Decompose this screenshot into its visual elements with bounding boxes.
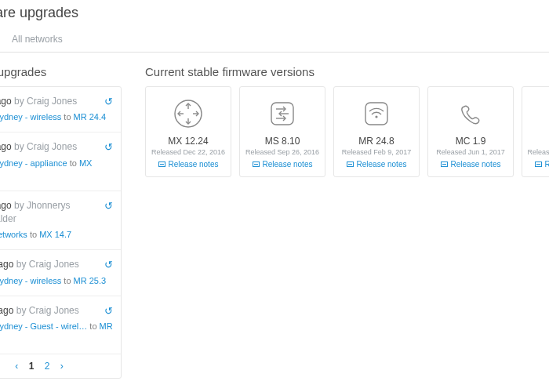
network-link[interactable]: Meraki Sydney - wireless — [0, 276, 61, 285]
tab-bar: Overview All networks — [0, 29, 549, 53]
firmware-version: MV 2.1 — [525, 136, 549, 147]
upgrade-time: 1 week ago — [0, 259, 13, 270]
release-notes-link[interactable]: Release notes — [431, 160, 510, 169]
pager-page-2[interactable]: 2 — [45, 361, 50, 372]
pager-next[interactable]: › — [60, 361, 64, 372]
firmware-card-mc: MC 1.9 Released Jun 1, 2017 Release note… — [427, 86, 514, 177]
pager-prev[interactable]: ‹ — [15, 361, 18, 372]
recent-upgrade-item: ↺ 3 days ago by Craig Jones Meraki Sydne… — [0, 87, 121, 132]
target-version-link[interactable]: MR 25.3 — [74, 276, 107, 285]
undo-icon[interactable]: ↺ — [104, 140, 113, 155]
upgrade-time: 3 days ago — [0, 141, 12, 152]
notes-icon — [347, 162, 354, 167]
firmware-release-date: Released Sep 26, 2016 — [243, 148, 322, 156]
upgrade-time: 3 days ago — [0, 96, 12, 107]
svg-point-12 — [375, 115, 377, 118]
firmware-card-mx: MX 12.24 Released Dec 22, 2016 Release n… — [145, 86, 231, 177]
release-notes-link[interactable]: Release notes — [243, 160, 322, 169]
release-notes-link[interactable]: Release notes — [525, 160, 549, 169]
by-label: by Craig Jones — [16, 305, 79, 316]
undo-icon[interactable]: ↺ — [104, 304, 113, 319]
mr-icon — [337, 95, 416, 132]
firmware-release-date: Released Feb 9, 2017 — [337, 148, 416, 156]
upgrade-time: 5 days ago — [0, 200, 12, 211]
by-label: by Craig Jones — [14, 96, 77, 107]
mc-icon — [431, 95, 510, 132]
tab-all-networks[interactable]: All networks — [12, 29, 63, 52]
release-notes-link[interactable]: Release notes — [149, 160, 227, 169]
firmware-card-mr: MR 24.8 Released Feb 9, 2017 Release not… — [333, 86, 420, 177]
svg-rect-11 — [365, 103, 387, 125]
recent-upgrades-list: ↺ 3 days ago by Craig Jones Meraki Sydne… — [0, 86, 122, 379]
recent-upgrades-heading: Recent upgrades — [0, 65, 122, 78]
undo-icon[interactable]: ↺ — [104, 258, 113, 273]
pager: ‹ 1 2 › — [0, 354, 121, 378]
recent-upgrade-item: ↺ 3 days ago by Craig Jones Meraki Sydne… — [0, 132, 121, 191]
mx-icon — [149, 95, 227, 132]
network-link[interactable]: Meraki Sydney - appliance — [0, 158, 67, 168]
recent-upgrade-item: ↺ 1 week ago by Craig Jones Meraki Sydne… — [0, 296, 121, 354]
target-version-link[interactable]: MX 14.7 — [39, 230, 71, 239]
firmware-version: MX 12.24 — [149, 136, 227, 147]
firmware-release-date: Released Jun 1, 2017 — [431, 148, 510, 156]
notes-icon — [441, 162, 448, 167]
notes-icon — [535, 162, 542, 167]
ms-icon — [243, 95, 322, 132]
pager-page-1[interactable]: 1 — [29, 361, 35, 372]
upgrade-time: 1 week ago — [0, 305, 13, 316]
firmware-card-mv: MV 2.1 Released May 23, 2017 Release not… — [522, 86, 549, 177]
to-label: to — [70, 158, 77, 168]
to-label: to — [89, 321, 96, 331]
recent-upgrade-item: ↺ 1 week ago by Craig Jones Meraki Sydne… — [0, 250, 121, 296]
notes-icon — [158, 162, 165, 167]
page-title: Firmware upgrades — [0, 0, 549, 29]
by-label: by Craig Jones — [14, 141, 77, 152]
network-link[interactable]: Meraki Sydney - Guest - wirel… — [0, 321, 87, 331]
firmware-version: MS 8.10 — [243, 136, 322, 147]
undo-icon[interactable]: ↺ — [104, 199, 113, 214]
mv-icon — [525, 95, 549, 132]
to-label: to — [30, 230, 37, 239]
release-notes-link[interactable]: Release notes — [337, 160, 416, 169]
stable-versions-heading: Current stable firmware versions — [145, 65, 549, 78]
network-link[interactable]: 20 MX networks — [0, 230, 27, 239]
firmware-cards-row: MX 12.24 Released Dec 22, 2016 Release n… — [145, 86, 549, 177]
firmware-release-date: Released May 23, 2017 — [525, 148, 549, 156]
network-link[interactable]: Meraki Sydney - wireless — [0, 112, 61, 122]
to-label: to — [64, 276, 71, 285]
to-label: to — [64, 112, 71, 122]
target-version-link[interactable]: MR 24.4 — [74, 112, 107, 122]
firmware-card-ms: MS 8.10 Released Sep 26, 2016 Release no… — [239, 86, 325, 177]
firmware-version: MC 1.9 — [431, 136, 510, 147]
undo-icon[interactable]: ↺ — [104, 95, 113, 110]
firmware-version: MR 24.8 — [337, 136, 416, 147]
firmware-release-date: Released Dec 22, 2016 — [149, 148, 227, 156]
notes-icon — [253, 162, 260, 167]
by-label: by Craig Jones — [16, 259, 79, 270]
recent-upgrade-item: ↺ 5 days ago by Jhonnerys Ottenwalder 20… — [0, 191, 121, 251]
